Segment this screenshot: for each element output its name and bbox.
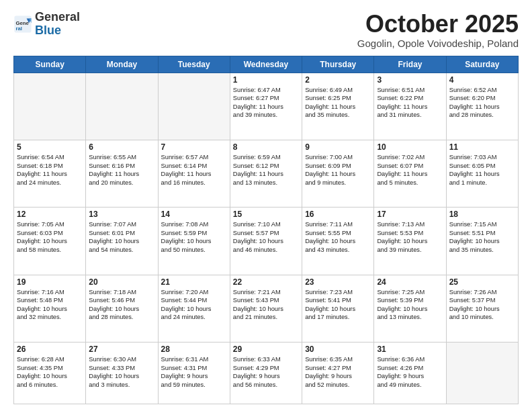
calendar-cell: 8Sunrise: 6:59 AM Sunset: 6:12 PM Daylig… (230, 140, 302, 207)
day-info: Sunrise: 6:52 AM Sunset: 6:20 PM Dayligh… (449, 86, 515, 120)
day-info: Sunrise: 7:05 AM Sunset: 6:03 PM Dayligh… (17, 220, 83, 254)
calendar-header: SundayMondayTuesdayWednesdayThursdayFrid… (14, 56, 519, 73)
day-number: 22 (233, 277, 299, 287)
day-info: Sunrise: 6:36 AM Sunset: 4:26 PM Dayligh… (377, 355, 443, 389)
day-info: Sunrise: 6:51 AM Sunset: 6:22 PM Dayligh… (377, 86, 443, 120)
day-number: 17 (377, 210, 443, 219)
day-info: Sunrise: 7:03 AM Sunset: 6:05 PM Dayligh… (449, 153, 515, 187)
day-info: Sunrise: 7:16 AM Sunset: 5:48 PM Dayligh… (17, 288, 83, 322)
calendar-cell: 16Sunrise: 7:11 AM Sunset: 5:55 PM Dayli… (302, 208, 374, 275)
calendar-cell: 31Sunrise: 6:36 AM Sunset: 4:26 PM Dayli… (374, 342, 446, 404)
day-number: 31 (377, 345, 443, 354)
day-number: 20 (89, 277, 154, 287)
day-info: Sunrise: 7:11 AM Sunset: 5:55 PM Dayligh… (305, 220, 371, 254)
calendar-cell: 2Sunrise: 6:49 AM Sunset: 6:25 PM Daylig… (302, 73, 374, 140)
logo-text: General Blue (35, 11, 80, 38)
logo-icon: Gene ral (13, 15, 32, 34)
day-info: Sunrise: 7:10 AM Sunset: 5:57 PM Dayligh… (233, 220, 299, 254)
day-number: 3 (377, 75, 443, 85)
calendar-cell (86, 73, 158, 140)
calendar-cell: 20Sunrise: 7:18 AM Sunset: 5:46 PM Dayli… (86, 275, 158, 342)
day-info: Sunrise: 7:26 AM Sunset: 5:37 PM Dayligh… (449, 288, 515, 322)
day-info: Sunrise: 6:59 AM Sunset: 6:12 PM Dayligh… (233, 153, 299, 187)
day-info: Sunrise: 7:20 AM Sunset: 5:44 PM Dayligh… (161, 288, 227, 322)
day-number: 19 (17, 277, 83, 287)
day-info: Sunrise: 6:30 AM Sunset: 4:33 PM Dayligh… (89, 355, 154, 389)
month-title: October 2025 (357, 11, 519, 38)
day-number: 8 (233, 142, 299, 152)
day-number: 9 (305, 142, 371, 152)
day-info: Sunrise: 6:28 AM Sunset: 4:35 PM Dayligh… (17, 355, 83, 389)
calendar-cell: 3Sunrise: 6:51 AM Sunset: 6:22 PM Daylig… (374, 73, 446, 140)
calendar-cell: 7Sunrise: 6:57 AM Sunset: 6:14 PM Daylig… (158, 140, 230, 207)
day-number: 21 (161, 277, 227, 287)
calendar-cell: 19Sunrise: 7:16 AM Sunset: 5:48 PM Dayli… (14, 275, 86, 342)
week-row-1: 1Sunrise: 6:47 AM Sunset: 6:27 PM Daylig… (14, 73, 519, 140)
calendar-cell: 1Sunrise: 6:47 AM Sunset: 6:27 PM Daylig… (230, 73, 302, 140)
location-subtitle: Gogolin, Opole Voivodeship, Poland (357, 38, 519, 49)
calendar-cell: 9Sunrise: 7:00 AM Sunset: 6:09 PM Daylig… (302, 140, 374, 207)
day-number: 2 (305, 75, 371, 85)
day-number: 10 (377, 142, 443, 152)
day-number: 18 (449, 210, 515, 219)
day-info: Sunrise: 7:21 AM Sunset: 5:43 PM Dayligh… (233, 288, 299, 322)
calendar-cell: 21Sunrise: 7:20 AM Sunset: 5:44 PM Dayli… (158, 275, 230, 342)
page: Gene ral General Blue October 2025 Gogol… (0, 0, 532, 411)
calendar-cell: 15Sunrise: 7:10 AM Sunset: 5:57 PM Dayli… (230, 208, 302, 275)
calendar-cell: 22Sunrise: 7:21 AM Sunset: 5:43 PM Dayli… (230, 275, 302, 342)
calendar-cell: 28Sunrise: 6:31 AM Sunset: 4:31 PM Dayli… (158, 342, 230, 404)
day-number: 7 (161, 142, 227, 152)
day-number: 14 (161, 210, 227, 219)
header: Gene ral General Blue October 2025 Gogol… (13, 11, 519, 49)
day-info: Sunrise: 6:31 AM Sunset: 4:31 PM Dayligh… (161, 355, 227, 389)
weekday-row: SundayMondayTuesdayWednesdayThursdayFrid… (14, 56, 519, 73)
day-number: 5 (17, 142, 83, 152)
calendar-table: SundayMondayTuesdayWednesdayThursdayFrid… (13, 56, 519, 404)
day-info: Sunrise: 7:13 AM Sunset: 5:53 PM Dayligh… (377, 220, 443, 254)
day-info: Sunrise: 7:18 AM Sunset: 5:46 PM Dayligh… (89, 288, 154, 322)
calendar-cell: 18Sunrise: 7:15 AM Sunset: 5:51 PM Dayli… (446, 208, 518, 275)
day-number: 6 (89, 142, 154, 152)
week-row-4: 19Sunrise: 7:16 AM Sunset: 5:48 PM Dayli… (14, 275, 519, 342)
day-number: 28 (161, 345, 227, 354)
svg-text:ral: ral (16, 26, 22, 32)
calendar-cell: 24Sunrise: 7:25 AM Sunset: 5:39 PM Dayli… (374, 275, 446, 342)
week-row-5: 26Sunrise: 6:28 AM Sunset: 4:35 PM Dayli… (14, 342, 519, 404)
weekday-header-monday: Monday (86, 56, 158, 73)
calendar-cell: 5Sunrise: 6:54 AM Sunset: 6:18 PM Daylig… (14, 140, 86, 207)
weekday-header-wednesday: Wednesday (230, 56, 302, 73)
day-number: 29 (233, 345, 299, 354)
logo-general: General (35, 10, 80, 24)
day-number: 4 (449, 75, 515, 85)
calendar-cell: 27Sunrise: 6:30 AM Sunset: 4:33 PM Dayli… (86, 342, 158, 404)
weekday-header-friday: Friday (374, 56, 446, 73)
day-info: Sunrise: 6:57 AM Sunset: 6:14 PM Dayligh… (161, 153, 227, 187)
calendar-cell: 4Sunrise: 6:52 AM Sunset: 6:20 PM Daylig… (446, 73, 518, 140)
calendar-cell (158, 73, 230, 140)
day-info: Sunrise: 6:35 AM Sunset: 4:27 PM Dayligh… (305, 355, 371, 389)
day-number: 26 (17, 345, 83, 354)
day-info: Sunrise: 6:54 AM Sunset: 6:18 PM Dayligh… (17, 153, 83, 187)
day-number: 11 (449, 142, 515, 152)
day-info: Sunrise: 6:49 AM Sunset: 6:25 PM Dayligh… (305, 86, 371, 120)
day-info: Sunrise: 6:33 AM Sunset: 4:29 PM Dayligh… (233, 355, 299, 389)
calendar-cell: 29Sunrise: 6:33 AM Sunset: 4:29 PM Dayli… (230, 342, 302, 404)
calendar-cell (446, 342, 518, 404)
day-number: 25 (449, 277, 515, 287)
day-info: Sunrise: 6:47 AM Sunset: 6:27 PM Dayligh… (233, 86, 299, 120)
weekday-header-saturday: Saturday (446, 56, 518, 73)
day-info: Sunrise: 7:23 AM Sunset: 5:41 PM Dayligh… (305, 288, 371, 322)
title-block: October 2025 Gogolin, Opole Voivodeship,… (357, 11, 519, 49)
day-number: 16 (305, 210, 371, 219)
day-number: 23 (305, 277, 371, 287)
calendar-cell (14, 73, 86, 140)
weekday-header-thursday: Thursday (302, 56, 374, 73)
logo: Gene ral General Blue (13, 11, 80, 38)
day-number: 24 (377, 277, 443, 287)
day-info: Sunrise: 7:08 AM Sunset: 5:59 PM Dayligh… (161, 220, 227, 254)
day-number: 27 (89, 345, 154, 354)
calendar-cell: 6Sunrise: 6:55 AM Sunset: 6:16 PM Daylig… (86, 140, 158, 207)
day-info: Sunrise: 7:02 AM Sunset: 6:07 PM Dayligh… (377, 153, 443, 187)
logo-blue: Blue (35, 24, 61, 37)
calendar-cell: 17Sunrise: 7:13 AM Sunset: 5:53 PM Dayli… (374, 208, 446, 275)
